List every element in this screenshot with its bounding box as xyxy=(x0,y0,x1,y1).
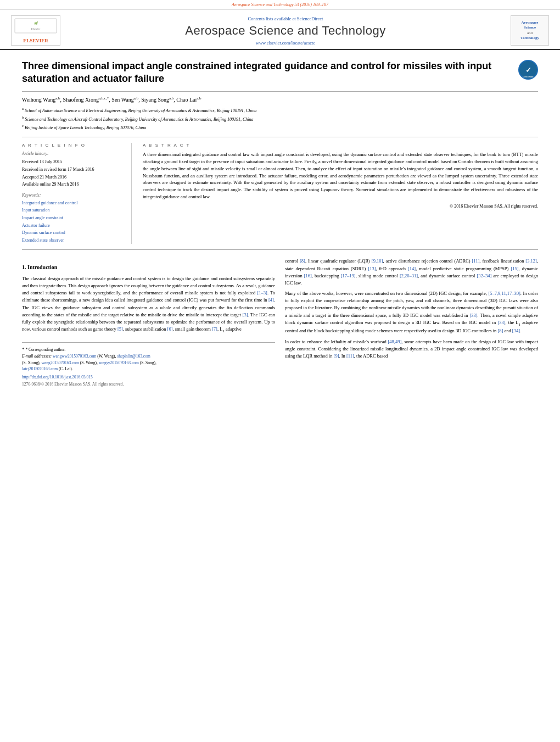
ref-32-34[interactable]: [32–34] xyxy=(477,273,491,278)
revised-date: Received in revised form 17 March 2016 xyxy=(22,166,123,174)
right-para2: Many of the above works, however, were c… xyxy=(285,290,538,335)
abstract-text: A three dimensional integrated guidance … xyxy=(143,151,538,200)
email-note: E-mail addresses: wangww2015070163.com (… xyxy=(22,353,275,372)
ref-17-19[interactable]: [17–19] xyxy=(341,273,356,278)
ref-13[interactable]: [13] xyxy=(368,266,376,271)
email-song[interactable]: songsy2015070163.com xyxy=(99,360,139,365)
email-swang[interactable]: wang2015070163.com xyxy=(41,360,79,365)
ref-8[interactable]: [8] xyxy=(300,258,305,264)
email-lai[interactable]: laicj2015070163.com xyxy=(22,366,58,371)
accepted-date: Accepted 21 March 2016 xyxy=(22,174,123,181)
contents-prefix: Contents lists available at xyxy=(248,16,297,21)
affiliation-a: a School of Automation Science and Elect… xyxy=(22,106,538,114)
keyword-6[interactable]: Extended state observer xyxy=(22,237,123,244)
journal-issue: Aerospace Science and Technology 53 (201… xyxy=(232,2,328,7)
received-date: Received 13 July 2015 xyxy=(22,158,123,166)
ref-3-12[interactable]: [3,12] xyxy=(525,258,537,264)
footnotes: * * Corresponding author. E-mail address… xyxy=(22,342,275,388)
ref-5[interactable]: [5] xyxy=(117,326,123,332)
body-left-column: 1. Introduction The classical design app… xyxy=(22,258,275,387)
keyword-4[interactable]: Actuator failure xyxy=(22,222,123,230)
email-wang[interactable]: wangww2015070163.com xyxy=(53,354,96,359)
ref-11b[interactable]: [11] xyxy=(346,353,354,359)
ref-4[interactable]: [4] xyxy=(268,297,274,303)
ref-1-3[interactable]: [1–3] xyxy=(257,290,267,295)
svg-text:🌿: 🌿 xyxy=(33,21,38,25)
ref-33[interactable]: [33] xyxy=(469,313,477,318)
article-content: Three dimensional impact angle constrain… xyxy=(0,50,560,393)
doi-line: http://dx.doi.org/10.1016/j.ast.2016.03.… xyxy=(22,374,275,380)
article-dates: Received 13 July 2015 Received in revise… xyxy=(22,158,123,188)
ref-6[interactable]: [6] xyxy=(167,326,173,332)
article-info-column: A R T I C L E I N F O Article history: R… xyxy=(22,143,132,244)
journal-title-block: Contents lists available at ScienceDirec… xyxy=(71,16,500,46)
ast-logo-line1: Aerospace xyxy=(522,20,539,25)
elsevier-logo: 🌿 Elsevier ELSEVIER xyxy=(11,15,60,46)
right-para3: In order to enhance the lethality of mis… xyxy=(285,338,538,360)
ref-8b[interactable]: [8] xyxy=(497,328,503,333)
ref-7[interactable]: [7] xyxy=(212,326,217,332)
copyright-line: © 2016 Elsevier Masson SAS. All rights r… xyxy=(143,204,538,209)
keyword-2[interactable]: Input saturation xyxy=(22,207,123,214)
corresponding-note: * * Corresponding author. xyxy=(22,346,275,354)
ast-logo-line4: Technology xyxy=(520,36,539,41)
affiliations: a School of Automation Science and Elect… xyxy=(22,106,538,131)
ref-2-20-31[interactable]: [2,20–31] xyxy=(400,273,418,278)
ast-logo-box: Aerospace Science and Technology xyxy=(511,15,549,46)
crossmark-badge: ✓ CrossMark xyxy=(518,60,538,80)
available-date: Available online 29 March 2016 xyxy=(22,181,123,188)
article-info-title: A R T I C L E I N F O xyxy=(22,143,123,148)
page: Aerospace Science and Technology 53 (201… xyxy=(0,0,560,742)
ref-34[interactable]: [34] xyxy=(512,328,520,333)
ref-14[interactable]: [14] xyxy=(408,266,416,271)
elsevier-brand: ELSEVIER xyxy=(23,38,48,43)
ref-16[interactable]: [16] xyxy=(304,273,312,278)
ast-logo-line3: and xyxy=(527,31,533,36)
ref-11[interactable]: [11] xyxy=(472,258,480,264)
keyword-1[interactable]: Integrated guidance and control xyxy=(22,199,123,207)
body-two-col: 1. Introduction The classical design app… xyxy=(22,258,538,387)
ref-9-10[interactable]: [9,10] xyxy=(372,258,383,264)
right-para1: control [8], linear quadratic regulator … xyxy=(285,258,538,287)
email-xiong[interactable]: shepinlin@163.com xyxy=(117,354,150,359)
intro-para1: The classical design approach of the mis… xyxy=(22,275,275,334)
doi-link[interactable]: http://dx.doi.org/10.1016/j.ast.2016.03.… xyxy=(22,375,93,380)
ref-9b[interactable]: [9] xyxy=(334,353,339,359)
ref-3[interactable]: [3] xyxy=(243,312,248,317)
svg-rect-0 xyxy=(15,19,57,33)
article-history-title: Article history: xyxy=(22,151,123,156)
svg-text:Elsevier: Elsevier xyxy=(31,27,40,30)
authors-line: Weihong Wanga,b, Shaofeng Xionga,b,c,*, … xyxy=(22,96,538,103)
elsevier-logo-svg: 🌿 Elsevier xyxy=(14,18,58,37)
journal-name: Aerospace Science and Technology xyxy=(71,24,500,38)
article-title: Three dimensional impact angle constrain… xyxy=(22,60,510,86)
section1-title: 1. Introduction xyxy=(22,263,275,272)
article-title-section: Three dimensional impact angle constrain… xyxy=(22,60,538,92)
body-right-column: control [8], linear quadratic regulator … xyxy=(285,258,538,387)
ref-5-7-9-11[interactable]: [5–7,9,11,17–30] xyxy=(488,291,520,296)
affiliation-c: c Beijing Institute of Space Launch Tech… xyxy=(22,123,538,131)
ref-15[interactable]: [15] xyxy=(511,266,518,271)
abstract-column: A B S T R A C T A three dimensional inte… xyxy=(143,143,538,244)
journal-url[interactable]: www.elsevier.com/locate/aescte xyxy=(71,40,500,46)
contents-available: Contents lists available at ScienceDirec… xyxy=(71,16,500,21)
ref-33b[interactable]: [33] xyxy=(497,320,505,325)
journal-header: 🌿 Elsevier ELSEVIER Contents lists avail… xyxy=(0,10,560,50)
info-abstract-section: A R T I C L E I N F O Article history: R… xyxy=(22,137,538,250)
keywords-title: Keywords: xyxy=(22,193,123,198)
keyword-5[interactable]: Dynamic surface control xyxy=(22,229,123,237)
abstract-title: A B S T R A C T xyxy=(143,143,538,148)
science-direct-link[interactable]: ScienceDirect xyxy=(297,16,323,21)
keyword-3[interactable]: Impact angle constraint xyxy=(22,214,123,222)
issn-line: 1270-9638/© 2016 Elsevier Masson SAS. Al… xyxy=(22,381,275,387)
ref-48-49[interactable]: [48,49] xyxy=(388,339,401,344)
ast-logo-line2: Science xyxy=(524,25,536,30)
affiliation-b: b Science and Technology on Aircraft Con… xyxy=(22,115,538,123)
svg-text:✓: ✓ xyxy=(525,66,531,74)
svg-text:CrossMark: CrossMark xyxy=(523,75,534,78)
journal-banner: Aerospace Science and Technology 53 (201… xyxy=(0,0,560,10)
